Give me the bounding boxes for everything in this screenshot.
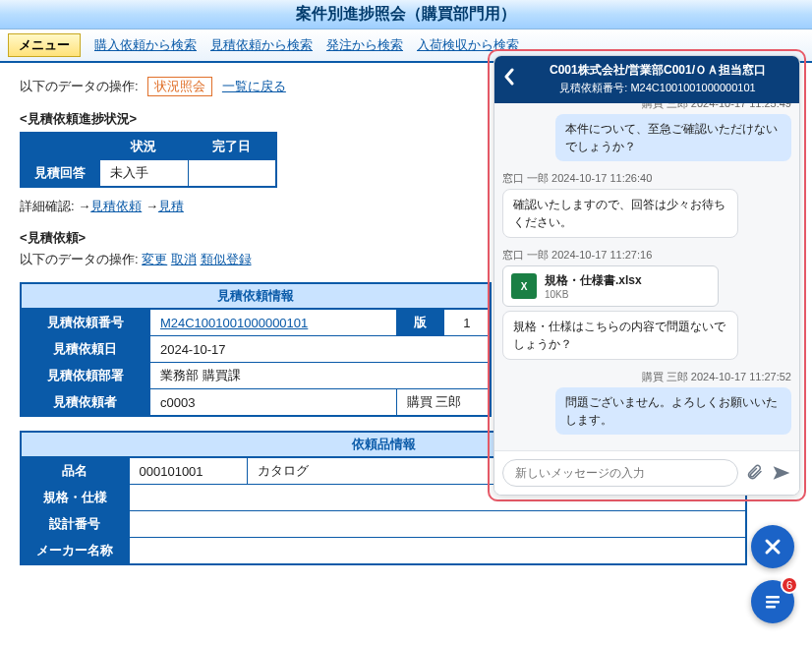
col-done: 完了日 [188, 133, 276, 160]
value-req-date: 2024-10-17 [149, 336, 491, 363]
value-version: 1 [443, 309, 491, 336]
nav-link-estimate[interactable]: 見積依頼から検索 [210, 36, 313, 54]
label-req-date: 見積依頼日 [21, 336, 149, 363]
chat-back-button[interactable] [502, 62, 524, 88]
current-operation: 状況照会 [147, 77, 212, 96]
chat-body[interactable]: 購買 三郎 2024-10-17 11:25:49本件について、至急ご確認いただ… [494, 103, 799, 450]
paperclip-icon [746, 464, 764, 482]
link-estimate-request[interactable]: 見積依頼 [90, 199, 142, 213]
file-size: 10KB [545, 289, 642, 300]
chat-bubble: 確認いたしますので、回答は少々お待ちください。 [502, 189, 738, 238]
chat-input-row [494, 450, 799, 495]
fab-messages[interactable]: 6 [751, 580, 794, 623]
col-status: 状況 [99, 133, 188, 160]
chat-message-meta: 窓口 一郎 2024-10-17 11:27:16 [502, 248, 791, 263]
label-version: 版 [396, 309, 443, 336]
excel-icon: X [511, 273, 537, 299]
send-button[interactable] [772, 464, 791, 482]
info-caption: 見積依頼情報 [20, 282, 492, 308]
chat-header: C001株式会社/営業部C001/ＯＡ担当窓口 見積依頼番号: M24C1001… [494, 56, 799, 103]
chat-subtitle: 見積依頼番号: M24C1001001000000101 [524, 81, 791, 95]
chat-bubble: 問題ございません。よろしくお願いいたします。 [555, 387, 791, 435]
label-req-person: 見積依頼者 [21, 389, 149, 417]
back-to-list-link[interactable]: 一覧に戻る [222, 79, 286, 93]
progress-table: 状況 完了日 見積回答 未入手 [20, 132, 277, 188]
value-req-dept: 業務部 購買課 [149, 363, 491, 389]
chat-message: 購買 三郎 2024-10-17 11:27:52問題ございません。よろしくお願… [502, 370, 791, 435]
link-cancel[interactable]: 取消 [171, 252, 197, 266]
send-icon [772, 464, 791, 482]
fab-close[interactable] [751, 525, 794, 568]
link-estimate[interactable]: 見積 [158, 199, 184, 213]
nav-link-order[interactable]: 発注から検索 [326, 36, 403, 54]
chat-input[interactable] [502, 459, 738, 487]
link-req-number[interactable]: M24C1001001000000101 [160, 316, 308, 330]
value-item-code: 000101001 [129, 457, 247, 485]
value-maker [129, 538, 746, 565]
fab-badge: 6 [781, 576, 798, 594]
label-maker: メーカー名称 [21, 538, 129, 565]
arrow-icon: → [145, 199, 158, 213]
chat-panel: C001株式会社/営業部C001/ＯＡ担当窓口 見積依頼番号: M24C1001… [493, 55, 800, 496]
page-title: 案件別進捗照会（購買部門用） [0, 0, 812, 29]
attach-button[interactable] [746, 464, 764, 482]
label-item-name: 品名 [21, 457, 129, 485]
value-req-person-code: c0003 [149, 389, 396, 417]
chat-highlight-outline: C001株式会社/営業部C001/ＯＡ担当窓口 見積依頼番号: M24C1001… [488, 49, 806, 501]
list-icon [763, 592, 783, 612]
chat-message-meta: 購買 三郎 2024-10-17 11:25:49 [502, 103, 791, 111]
request-op-prefix: 以下のデータの操作: [20, 252, 139, 266]
menu-button[interactable]: メニュー [8, 33, 81, 57]
chat-message: 窓口 一郎 2024-10-17 11:26:40確認いたしますので、回答は少々… [502, 171, 791, 238]
svg-rect-2 [766, 606, 776, 609]
chat-message-meta: 窓口 一郎 2024-10-17 11:26:40 [502, 171, 791, 186]
close-icon [763, 537, 783, 557]
chat-message-meta: 購買 三郎 2024-10-17 11:27:52 [502, 370, 791, 384]
label-spec: 規格・仕様 [21, 485, 129, 511]
chat-bubble: 規格・仕様はこちらの内容で問題ないでしょうか？ [502, 311, 738, 360]
svg-rect-1 [766, 601, 780, 604]
label-req-number: 見積依頼番号 [21, 309, 149, 336]
file-attachment[interactable]: X規格・仕様書.xlsx10KB [502, 265, 719, 307]
cell-status: 未入手 [99, 160, 188, 188]
cell-done [188, 160, 276, 188]
label-design: 設計番号 [21, 511, 129, 538]
link-change[interactable]: 変更 [142, 252, 167, 266]
detail-label: 詳細確認: [20, 199, 75, 213]
info-table: 見積依頼番号 M24C1001001000000101 版 1 見積依頼日 20… [20, 308, 492, 417]
operation-prefix: 以下のデータの操作: [20, 79, 139, 93]
nav-link-purchase[interactable]: 購入依頼から検索 [94, 36, 197, 54]
arrow-icon: → [78, 199, 90, 213]
file-name: 規格・仕様書.xlsx [545, 272, 642, 289]
value-req-person-name: 購買 三郎 [396, 389, 491, 417]
chat-bubble: 本件について、至急ご確認いただけないでしょうか？ [555, 114, 791, 161]
label-req-dept: 見積依頼部署 [21, 363, 149, 389]
chat-title: C001株式会社/営業部C001/ＯＡ担当窓口 [524, 62, 791, 79]
svg-rect-0 [766, 596, 780, 599]
chat-message: 購買 三郎 2024-10-17 11:25:49本件について、至急ご確認いただ… [502, 103, 791, 161]
rowhead-estimate-reply: 見積回答 [21, 160, 99, 188]
chat-message: 窓口 一郎 2024-10-17 11:27:16X規格・仕様書.xlsx10K… [502, 248, 791, 360]
chevron-left-icon [502, 68, 516, 86]
link-similar[interactable]: 類似登録 [201, 252, 252, 266]
value-design [129, 511, 746, 538]
